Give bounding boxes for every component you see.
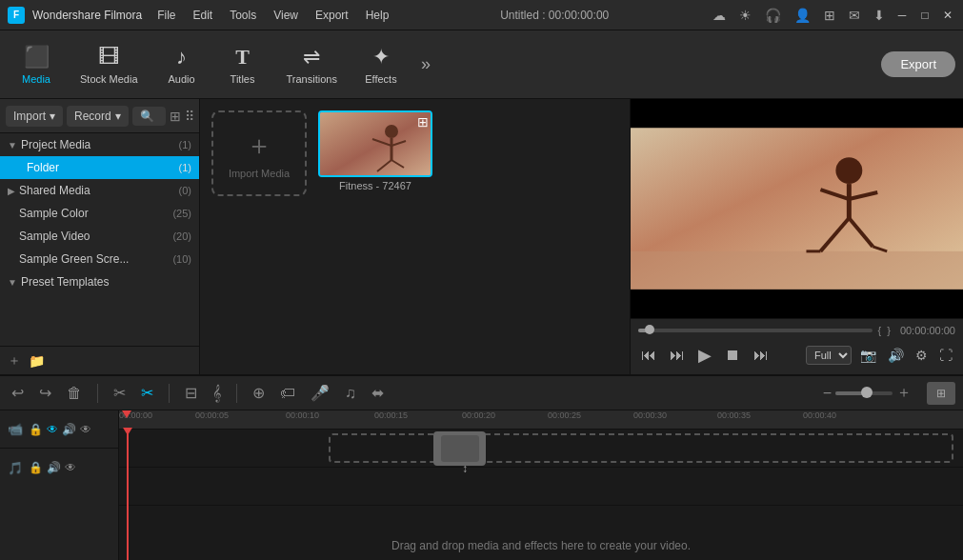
redo-button[interactable]: ↪ bbox=[35, 382, 55, 404]
sun-icon[interactable]: ☀ bbox=[739, 8, 752, 23]
tab-titles[interactable]: T Titles bbox=[214, 39, 271, 90]
skip-back-button[interactable]: ⏮ bbox=[638, 344, 659, 367]
titlebar-menu: File Edit Tools View Export Help bbox=[150, 7, 396, 24]
label-folder: Folder bbox=[27, 161, 179, 174]
drag-drop-zone bbox=[329, 433, 953, 463]
add-panel-button[interactable]: ＋ bbox=[8, 352, 21, 370]
titlebar-right: ☁ ☀ 🎧 👤 ⊞ ✉ ⬇ ─ □ ✕ bbox=[712, 8, 955, 23]
zoom-out-button[interactable]: − bbox=[823, 385, 832, 402]
adjust-button[interactable]: ⊟ bbox=[181, 382, 201, 404]
panel-subbar: Import ▾ Record ▾ 🔍 ⊞ ⠿ bbox=[0, 99, 199, 133]
tree-item-folder[interactable]: Folder (1) bbox=[0, 156, 199, 179]
headphone-icon[interactable]: 🎧 bbox=[765, 8, 781, 23]
folder-panel-button[interactable]: 📁 bbox=[29, 353, 45, 369]
delete-button[interactable]: 🗑 bbox=[63, 383, 86, 404]
filter-icon[interactable]: ⊞ bbox=[170, 109, 181, 124]
cloud-icon[interactable]: ☁ bbox=[712, 8, 726, 23]
count-sample-color: (25) bbox=[172, 208, 191, 219]
ruler-30: 00:00:30 bbox=[633, 410, 667, 420]
track1-eye[interactable]: 👁 bbox=[47, 423, 58, 436]
timeline-track-2[interactable] bbox=[119, 468, 963, 506]
stop-button[interactable]: ⏹ bbox=[722, 344, 743, 367]
tab-stock-media[interactable]: 🎞 Stock Media bbox=[69, 39, 150, 90]
grid-icon[interactable]: ⠿ bbox=[185, 109, 194, 124]
crop-button[interactable]: ✂ bbox=[137, 382, 157, 404]
ruler-10: 00:00:10 bbox=[286, 410, 319, 420]
tree-item-sample-video[interactable]: ▶ Sample Video (20) bbox=[0, 225, 199, 248]
layout-icon[interactable]: ⊞ bbox=[824, 8, 835, 23]
preview-progress-bar[interactable] bbox=[638, 329, 873, 332]
import-drop-zone[interactable]: ＋ Import Media bbox=[211, 110, 307, 196]
tab-media[interactable]: ⬛ Media bbox=[8, 39, 65, 90]
tl-sep-1 bbox=[97, 384, 98, 403]
insert-button[interactable]: ⬌ bbox=[368, 382, 388, 404]
tree-item-preset-templates[interactable]: ▼ Preset Templates bbox=[0, 270, 199, 293]
preview-time: 00:00:00:00 bbox=[900, 325, 955, 336]
cut-button[interactable]: ✂ bbox=[110, 382, 130, 404]
mail-icon[interactable]: ✉ bbox=[849, 8, 860, 23]
zoom-in-button[interactable]: ＋ bbox=[896, 383, 912, 403]
screenshot-button[interactable]: 📷 bbox=[857, 345, 879, 366]
tl-panel-toggle[interactable]: ⊞ bbox=[927, 382, 955, 405]
track2-eye[interactable]: 👁 bbox=[65, 461, 76, 474]
fullscreen-button[interactable]: ⛶ bbox=[936, 345, 955, 366]
track-header-2: 🎵 🔒 🔊 👁 bbox=[0, 449, 118, 487]
tree-item-sample-green[interactable]: ▶ Sample Green Scre... (10) bbox=[0, 248, 199, 270]
playhead-triangle bbox=[122, 410, 131, 418]
close-button[interactable]: ✕ bbox=[940, 8, 955, 23]
menu-file[interactable]: File bbox=[150, 7, 183, 24]
tree-item-sample-color[interactable]: ▶ Sample Color (25) bbox=[0, 202, 199, 225]
svg-rect-8 bbox=[631, 251, 963, 290]
more-tabs-button[interactable]: » bbox=[413, 50, 438, 78]
media-thumb-img-fitness: ⊞ bbox=[318, 110, 432, 177]
step-fwd-button[interactable]: ⏭ bbox=[751, 344, 772, 367]
audio-btn2[interactable]: ♫ bbox=[341, 383, 360, 404]
zoom-slider[interactable] bbox=[835, 391, 893, 395]
marker-end: } bbox=[887, 325, 891, 336]
tab-effects[interactable]: ✦ Effects bbox=[352, 39, 410, 90]
tree-item-project-media[interactable]: ▼ Project Media (1) bbox=[0, 133, 199, 156]
menu-help[interactable]: Help bbox=[358, 7, 397, 24]
count-sample-green: (10) bbox=[172, 253, 191, 265]
settings-button[interactable]: ⚙ bbox=[913, 345, 931, 366]
menu-view[interactable]: View bbox=[266, 7, 306, 24]
play-button[interactable]: ▶ bbox=[695, 342, 714, 369]
label-project-media: Project Media bbox=[21, 138, 179, 151]
menu-tools[interactable]: Tools bbox=[222, 7, 264, 24]
track1-mute[interactable]: 🔊 bbox=[62, 423, 76, 436]
volume-button[interactable]: 🔊 bbox=[885, 345, 907, 366]
undo-button[interactable]: ↩ bbox=[8, 382, 28, 404]
menu-edit[interactable]: Edit bbox=[186, 7, 221, 24]
track2-audio-icon: 🎵 bbox=[8, 461, 23, 475]
quality-select[interactable]: Full 1/2 1/4 bbox=[806, 346, 852, 365]
download-icon[interactable]: ⬇ bbox=[873, 8, 885, 23]
audio-adj-button[interactable]: 𝄞 bbox=[209, 383, 225, 404]
tree-item-shared-media[interactable]: ▶ Shared Media (0) bbox=[0, 179, 199, 202]
tab-transitions-label: Transitions bbox=[287, 73, 337, 85]
import-button[interactable]: Import ▾ bbox=[6, 106, 63, 127]
voice-button[interactable]: 🎤 bbox=[307, 382, 333, 404]
media-item-fitness[interactable]: ⊞ Fitness - 72467 bbox=[318, 110, 432, 363]
ruler-15: 00:00:15 bbox=[374, 410, 408, 420]
marker-button[interactable]: 🏷 bbox=[276, 383, 299, 404]
snap-button[interactable]: ⊕ bbox=[249, 382, 269, 404]
timeline-track-1[interactable]: ↕ bbox=[119, 430, 963, 468]
thumb-placeholder-fitness bbox=[320, 112, 431, 175]
record-button[interactable]: Record ▾ bbox=[67, 106, 129, 127]
track2-mute[interactable]: 🔊 bbox=[47, 461, 61, 474]
tab-stock-label: Stock Media bbox=[80, 73, 138, 85]
timeline-main: 00:00:00 00:00:05 00:00:10 00:00:15 00:0… bbox=[119, 410, 963, 560]
left-panel: Import ▾ Record ▾ 🔍 ⊞ ⠿ ▼ Project Media … bbox=[0, 99, 200, 374]
track1-lock[interactable]: 🔒 bbox=[29, 423, 43, 436]
tab-audio[interactable]: ♪ Audio bbox=[153, 39, 211, 90]
maximize-button[interactable]: □ bbox=[917, 8, 933, 23]
import-drop-label: Import Media bbox=[229, 168, 290, 179]
step-back-button[interactable]: ⏭ bbox=[667, 344, 688, 367]
track1-visibility[interactable]: 👁 bbox=[80, 423, 91, 436]
export-button[interactable]: Export bbox=[881, 51, 955, 77]
menu-export[interactable]: Export bbox=[308, 7, 356, 24]
tab-transitions[interactable]: ⇌ Transitions bbox=[275, 39, 349, 90]
track2-lock[interactable]: 🔒 bbox=[29, 461, 43, 474]
minimize-button[interactable]: ─ bbox=[894, 8, 910, 23]
avatar-icon[interactable]: 👤 bbox=[794, 8, 811, 23]
